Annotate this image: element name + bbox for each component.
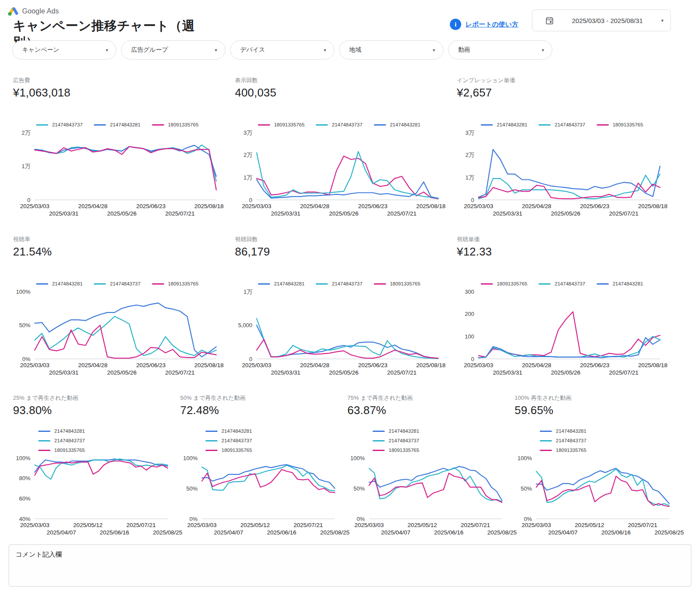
- legend-item: 18091335765: [374, 281, 420, 286]
- legend-label: 18091335765: [613, 122, 643, 127]
- kpi-label: 100% 再生された動画: [515, 394, 674, 402]
- legend-item: 21474843737: [205, 438, 252, 443]
- svg-text:2025/04/28: 2025/04/28: [300, 203, 330, 209]
- legend-label: 21474843281: [613, 281, 643, 286]
- svg-text:2025/06/16: 2025/06/16: [267, 529, 297, 536]
- legend-item: 18091335765: [540, 448, 586, 453]
- help-link[interactable]: レポートの使い方: [466, 20, 518, 29]
- line-chart: 01002003002025/03/032025/03/312025/04/28…: [457, 288, 665, 378]
- legend-item: 18091335765: [597, 122, 643, 127]
- filter-ad-group[interactable]: 広告グループ▾: [121, 40, 225, 60]
- chart-legend: 214748432812147484373718091335765: [540, 428, 649, 453]
- legend-swatch: [373, 440, 385, 441]
- legend-item: 21474843737: [538, 281, 585, 286]
- kpi-label: 50% まで再生された動画: [180, 394, 340, 402]
- svg-text:0: 0: [471, 197, 474, 203]
- svg-text:1万: 1万: [466, 174, 474, 181]
- chart-card: 視聴率21.54%2147484328121474843737180913357…: [13, 236, 221, 378]
- legend-item: 21474843281: [481, 122, 527, 127]
- line-chart: 05,0001万2025/03/032025/03/312025/04/2820…: [235, 288, 443, 378]
- kpi-value: 400,035: [235, 86, 443, 100]
- kpi-label: 75% まで再生された動画: [347, 394, 507, 402]
- svg-text:2025/07/21: 2025/07/21: [126, 522, 156, 528]
- svg-text:2025/06/23: 2025/06/23: [358, 362, 388, 368]
- svg-text:80%: 80%: [19, 475, 30, 481]
- svg-text:2025/08/18: 2025/08/18: [638, 362, 667, 368]
- chart-card: 50% まで再生された動画72.48%214748432812147484373…: [180, 394, 340, 538]
- svg-text:50%: 50%: [353, 485, 365, 492]
- comment-box[interactable]: コメント記入欄: [9, 544, 691, 587]
- kpi-value: ¥2,657: [457, 86, 667, 100]
- svg-text:2万: 2万: [22, 129, 30, 136]
- svg-text:100%: 100%: [16, 289, 31, 295]
- svg-text:2万: 2万: [244, 152, 252, 158]
- chart-legend: 214748432812147484373718091335765: [38, 428, 148, 453]
- legend-label: 18091335765: [54, 448, 85, 453]
- legend-item: 21474843281: [540, 428, 586, 434]
- chart-legend: 214748437372147484328118091335765: [13, 122, 221, 127]
- logo-text: Google Ads: [22, 7, 59, 15]
- svg-text:2万: 2万: [466, 152, 474, 158]
- legend-item: 21474843281: [373, 428, 419, 434]
- kpi-value: 86,179: [235, 245, 443, 259]
- info-icon[interactable]: i: [450, 19, 461, 30]
- legend-item: 18091335765: [152, 122, 198, 127]
- svg-text:2025/07/21: 2025/07/21: [165, 210, 195, 217]
- date-range-picker[interactable]: 2025/03/03 - 2025/08/31 ▾: [532, 10, 671, 31]
- svg-text:2025/06/23: 2025/06/23: [136, 203, 166, 209]
- svg-text:100: 100: [465, 333, 474, 340]
- chart-card: 25% まで再生された動画93.80%214748432812147484373…: [13, 394, 173, 538]
- legend-label: 21474843281: [274, 281, 304, 286]
- legend-label: 18091335765: [556, 448, 586, 453]
- chart-grid-row2: 視聴率21.54%2147484328121474843737180913357…: [13, 236, 667, 378]
- legend-label: 21474843737: [221, 438, 252, 443]
- legend-item: 21474843737: [316, 281, 362, 286]
- svg-text:2025/05/26: 2025/05/26: [329, 369, 359, 376]
- legend-label: 21474843281: [389, 428, 419, 434]
- filter-device[interactable]: デバイス▾: [230, 40, 334, 60]
- filter-region[interactable]: 地域▾: [339, 40, 443, 60]
- kpi-label: 広告費: [13, 76, 221, 84]
- chart-legend: 214748432812147484373718091335765: [373, 428, 482, 453]
- kpi-value: 72.48%: [180, 404, 340, 417]
- svg-text:100%: 100%: [350, 455, 365, 461]
- chart-legend: 214748432812147484373718091335765: [205, 428, 315, 453]
- filter-label: 動画: [458, 46, 470, 54]
- chart-card: 広告費¥1,063,018214748437372147484328118091…: [13, 76, 221, 219]
- svg-text:2025/03/03: 2025/03/03: [464, 203, 493, 209]
- svg-text:3万: 3万: [466, 129, 474, 136]
- line-chart: 0%50%100%2025/03/032025/03/312025/04/282…: [13, 288, 221, 378]
- svg-text:2025/03/03: 2025/03/03: [354, 522, 384, 528]
- filter-video[interactable]: 動画▾: [448, 40, 552, 60]
- svg-text:2025/08/18: 2025/08/18: [416, 203, 446, 209]
- kpi-value: 21.54%: [13, 245, 221, 259]
- svg-text:2025/08/18: 2025/08/18: [416, 362, 446, 368]
- legend-label: 18091335765: [497, 281, 527, 286]
- filter-campaign[interactable]: キャンペーン▾: [12, 40, 116, 60]
- svg-text:50%: 50%: [521, 485, 532, 492]
- legend-swatch: [36, 283, 48, 285]
- chart-grid-row1: 広告費¥1,063,018214748437372147484328118091…: [13, 76, 667, 219]
- chart-legend: 214748432812147484373718091335765: [457, 122, 667, 127]
- legend-item: 21474843281: [38, 428, 85, 434]
- svg-text:2025/06/16: 2025/06/16: [100, 529, 129, 536]
- legend-item: 18091335765: [205, 448, 252, 453]
- svg-text:50%: 50%: [19, 322, 30, 328]
- svg-text:2025/05/12: 2025/05/12: [241, 522, 270, 528]
- svg-text:1万: 1万: [244, 174, 252, 181]
- svg-text:2025/04/28: 2025/04/28: [78, 203, 108, 209]
- kpi-value: ¥12.33: [457, 245, 667, 259]
- svg-text:2025/04/28: 2025/04/28: [300, 362, 330, 368]
- date-range-value: 2025/03/03 - 2025/08/31: [565, 17, 650, 24]
- chart-legend: 214748432812147484373718091335765: [235, 281, 443, 286]
- report-page: Google Ads キャンペーン推移チャート（週別） i レポートの使い方 2…: [0, 0, 700, 607]
- svg-text:2025/05/12: 2025/05/12: [575, 522, 604, 528]
- legend-swatch: [373, 450, 385, 451]
- legend-item: 18091335765: [373, 448, 419, 453]
- svg-text:2025/03/03: 2025/03/03: [242, 203, 271, 209]
- svg-text:2025/07/21: 2025/07/21: [609, 210, 639, 217]
- svg-text:60%: 60%: [19, 495, 30, 502]
- svg-text:0: 0: [471, 356, 474, 362]
- legend-label: 21474843737: [332, 122, 362, 127]
- svg-text:2025/07/21: 2025/07/21: [461, 522, 490, 528]
